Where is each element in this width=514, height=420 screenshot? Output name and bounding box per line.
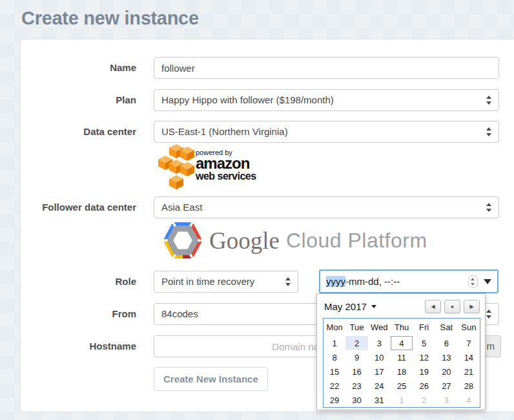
role-select[interactable]: Point in time recovery xyxy=(154,271,298,293)
calendar-today-button[interactable]: ● xyxy=(444,300,460,313)
calendar-prev-button[interactable]: ◀ xyxy=(425,300,441,313)
calendar-day[interactable]: 26 xyxy=(413,379,435,393)
calendar-day[interactable]: 2 xyxy=(345,336,368,350)
calendar-day[interactable]: 29 xyxy=(324,393,346,408)
gcp-hexagon-icon xyxy=(164,222,201,259)
calendar-day[interactable]: 22 xyxy=(324,379,346,393)
datetime-remainder[interactable]: -mm-dd, --:-- xyxy=(345,276,400,287)
calendar-day[interactable]: 2 xyxy=(413,393,435,408)
calendar-day[interactable]: 4 xyxy=(391,336,413,350)
calendar-day[interactable]: 20 xyxy=(435,364,458,379)
next-arrow-icon: ▶ xyxy=(469,304,473,310)
follower-datacenter-select[interactable]: Asia East xyxy=(154,196,499,218)
calendar-day[interactable]: 23 xyxy=(345,379,368,393)
name-label: Name xyxy=(21,57,136,79)
gcp-google-text: Google xyxy=(209,227,280,255)
calendar-week-row: 2930311234 xyxy=(324,393,480,408)
calendar-day[interactable]: 6 xyxy=(435,336,458,350)
calendar-day[interactable]: 8 xyxy=(324,350,346,364)
calendar-day[interactable]: 16 xyxy=(345,364,368,379)
hostname-label: Hostname xyxy=(21,335,136,357)
calendar-day[interactable]: 3 xyxy=(368,336,391,350)
calendar-day[interactable]: 4 xyxy=(458,393,480,408)
datacenter-label: Data center xyxy=(21,121,136,143)
calendar-day[interactable]: 7 xyxy=(458,336,480,350)
aws-logo: powered by amazon web services xyxy=(158,143,268,189)
plan-row: Plan Happy Hippo with follower ($198/mon… xyxy=(21,89,514,111)
calendar-day[interactable]: 3 xyxy=(435,393,458,408)
from-label: From xyxy=(21,303,136,325)
calendar-week-row: 1234567 xyxy=(324,336,480,350)
calendar-month-label[interactable]: May 2017 xyxy=(324,301,367,312)
calendar-day-header: Mon xyxy=(324,319,346,337)
name-input[interactable] xyxy=(154,57,499,79)
datacenter-select-value: US-East-1 (Northern Virginia) xyxy=(161,126,288,137)
calendar-day[interactable]: 12 xyxy=(413,350,435,364)
select-stepper-icon xyxy=(486,127,492,136)
calendar-day-header: Fri xyxy=(413,319,435,337)
calendar-day-header: Thu xyxy=(391,319,413,337)
aws-cubes-icon xyxy=(158,143,194,189)
calendar-day[interactable]: 1 xyxy=(391,393,413,408)
name-row: Name xyxy=(21,57,514,79)
calendar-day[interactable]: 21 xyxy=(458,364,480,379)
calendar-day[interactable]: 17 xyxy=(368,364,391,379)
datetime-input[interactable]: yyyy-mm-dd, --:-- xyxy=(319,269,499,293)
calendar-grid: MonTueWedThuFriSatSun 123456789101112131… xyxy=(323,318,480,408)
date-picker-header: May 2017 ◀ ● ▶ xyxy=(317,294,485,313)
create-instance-page: Create new instance Name Plan Happy Hipp… xyxy=(0,0,514,420)
calendar-day-header-row: MonTueWedThuFriSatSun xyxy=(324,319,480,337)
role-label: Role xyxy=(21,271,136,293)
aws-logo-text: powered by amazon web services xyxy=(196,143,256,189)
calendar-day-header: Sun xyxy=(458,319,480,337)
follower-datacenter-label: Follower data center xyxy=(21,196,136,218)
prev-arrow-icon: ◀ xyxy=(431,304,435,310)
date-picker-popup: May 2017 ◀ ● ▶ MonTueWedThuFriSatSun 123… xyxy=(316,293,486,410)
aws-amazon-text: amazon xyxy=(196,156,256,171)
calendar-day[interactable]: 14 xyxy=(458,350,480,364)
calendar-day[interactable]: 28 xyxy=(458,379,480,393)
calendar-day[interactable]: 9 xyxy=(345,350,368,364)
calendar-day[interactable]: 13 xyxy=(435,350,458,364)
calendar-day-header: Tue xyxy=(345,319,368,337)
datetime-dropdown-caret-icon[interactable] xyxy=(484,279,491,284)
calendar-day[interactable]: 25 xyxy=(391,379,413,393)
plan-select[interactable]: Happy Hippo with follower ($198/month) xyxy=(154,89,499,111)
select-stepper-icon xyxy=(486,310,492,319)
plan-label: Plan xyxy=(21,89,136,111)
from-select-value: 84codes xyxy=(161,308,198,319)
calendar-day[interactable]: 27 xyxy=(435,379,458,393)
plan-select-value: Happy Hippo with follower ($198/month) xyxy=(161,94,334,105)
aws-web-services-text: web services xyxy=(196,171,256,182)
calendar-day[interactable]: 30 xyxy=(345,393,368,408)
calendar-day[interactable]: 18 xyxy=(391,364,413,379)
calendar-day-header: Wed xyxy=(368,319,391,337)
datacenter-select[interactable]: US-East-1 (Northern Virginia) xyxy=(154,121,499,143)
gcp-cloud-platform-text: Cloud Platform xyxy=(286,229,427,253)
month-caret-icon[interactable] xyxy=(371,305,376,308)
datetime-selected-segment[interactable]: yyyy xyxy=(326,276,345,287)
calendar-day[interactable]: 5 xyxy=(413,336,435,350)
role-select-value: Point in time recovery xyxy=(161,276,254,287)
follower-datacenter-row: Follower data center Asia East xyxy=(21,196,514,218)
calendar-day[interactable]: 31 xyxy=(368,393,391,408)
follower-datacenter-select-value: Asia East xyxy=(161,202,202,213)
create-new-instance-button[interactable]: Create New Instance xyxy=(154,367,268,391)
calendar-day[interactable]: 15 xyxy=(324,364,346,379)
calendar-day[interactable]: 24 xyxy=(368,379,391,393)
page-title: Create new instance xyxy=(21,8,199,29)
select-stepper-icon xyxy=(486,203,492,212)
calendar-day[interactable]: 19 xyxy=(413,364,435,379)
calendar-day[interactable]: 1 xyxy=(324,336,346,350)
select-stepper-icon xyxy=(285,277,291,286)
calendar-next-button[interactable]: ▶ xyxy=(464,300,480,313)
select-stepper-icon xyxy=(486,96,492,105)
role-row: Role Point in time recovery yyyy-mm-dd, … xyxy=(21,271,514,293)
calendar-day-header: Sat xyxy=(435,319,458,337)
calendar-week-row: 891011121314 xyxy=(324,350,480,364)
today-dot-icon: ● xyxy=(451,304,454,310)
form-card: Name Plan Happy Hippo with follower ($19… xyxy=(20,39,514,412)
calendar-day[interactable]: 11 xyxy=(391,350,413,364)
calendar-day[interactable]: 10 xyxy=(368,350,391,364)
datetime-spinner-icon[interactable] xyxy=(468,275,478,288)
